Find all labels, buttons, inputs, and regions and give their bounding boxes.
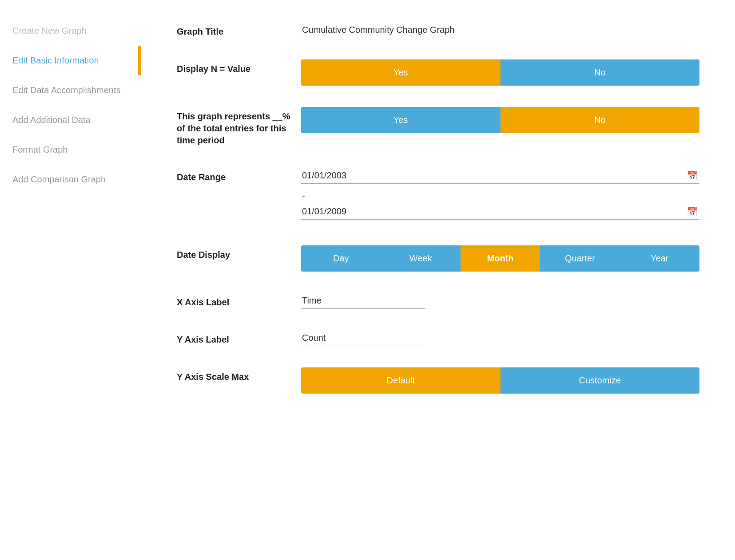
graph-represents-control: Yes No [301,107,699,133]
display-n-label: Display N = Value [177,59,301,75]
graph-represents-yes-button[interactable]: Yes [301,107,501,133]
y-axis-scale-max-default-button[interactable]: Default [301,367,501,394]
date-display-label: Date Display [177,245,301,261]
date-range-label: Date Range [177,168,301,183]
y-axis-label-input[interactable] [301,330,425,346]
date-from-input[interactable] [301,168,699,184]
x-axis-label-label: X Axis Label [177,293,301,308]
sidebar-item-format-graph[interactable]: Format Graph [0,135,141,165]
graph-represents-toggle-group: Yes No [301,107,699,133]
y-axis-scale-max-label: Y Axis Scale Max [177,367,301,383]
graph-represents-label: This graph represents __% of the total e… [177,107,301,146]
date-display-day-button[interactable]: Day [301,245,381,272]
graph-title-row: Graph Title [177,22,699,38]
display-n-yes-button[interactable]: Yes [301,59,501,86]
date-to-calendar-icon[interactable]: 📅 [687,206,698,217]
sidebar-item-add-comparison-graph[interactable]: Add Comparison Graph [0,165,141,194]
sidebar-item-edit-basic-information[interactable]: Edit Basic Information [0,46,141,75]
date-display-month-button[interactable]: Month [461,245,540,272]
graph-represents-no-button[interactable]: No [501,107,700,133]
display-n-row: Display N = Value Yes No [177,59,699,86]
date-separator: - [302,188,699,204]
main-content: Graph Title Display N = Value Yes No Thi… [141,0,735,560]
y-axis-scale-max-row: Y Axis Scale Max Default Customize [177,367,699,394]
graph-represents-row: This graph represents __% of the total e… [177,107,699,146]
y-axis-label-row: Y Axis Label [177,330,699,346]
x-axis-label-row: X Axis Label [177,293,699,309]
date-display-week-button[interactable]: Week [381,245,460,272]
y-axis-scale-max-toggle-group: Default Customize [301,367,699,394]
display-n-control: Yes No [301,59,699,86]
date-display-control: Day Week Month Quarter Year [301,245,699,272]
date-display-segment-group: Day Week Month Quarter Year [301,245,699,272]
date-range-control: 📅 - 📅 [301,168,699,224]
sidebar-item-create-new-graph[interactable]: Create New Graph [0,13,141,46]
sidebar-item-add-additional-data[interactable]: Add Additional Data [0,105,141,135]
display-n-no-button[interactable]: No [501,59,700,86]
y-axis-label-label: Y Axis Label [177,330,301,346]
date-display-year-button[interactable]: Year [620,245,699,272]
date-display-quarter-button[interactable]: Quarter [540,245,620,272]
date-from-row: 📅 [301,168,699,184]
date-to-input[interactable] [301,204,699,220]
y-axis-scale-max-customize-button[interactable]: Customize [501,367,700,394]
date-display-row: Date Display Day Week Month Quarter Year [177,245,699,272]
graph-title-input[interactable] [301,22,699,38]
date-range-row: Date Range 📅 - 📅 [177,168,699,224]
graph-title-control [301,22,699,38]
sidebar: Create New Graph Edit Basic Information … [0,0,141,560]
y-axis-scale-max-control: Default Customize [301,367,699,394]
date-from-calendar-icon[interactable]: 📅 [687,170,698,181]
sidebar-item-edit-data-accomplishments[interactable]: Edit Data Accomplishments [0,75,141,105]
date-to-row: 📅 [301,204,699,220]
display-n-toggle-group: Yes No [301,59,699,86]
graph-title-label: Graph Title [177,22,301,38]
x-axis-label-input[interactable] [301,293,425,309]
x-axis-label-control [301,293,699,309]
y-axis-label-control [301,330,699,346]
